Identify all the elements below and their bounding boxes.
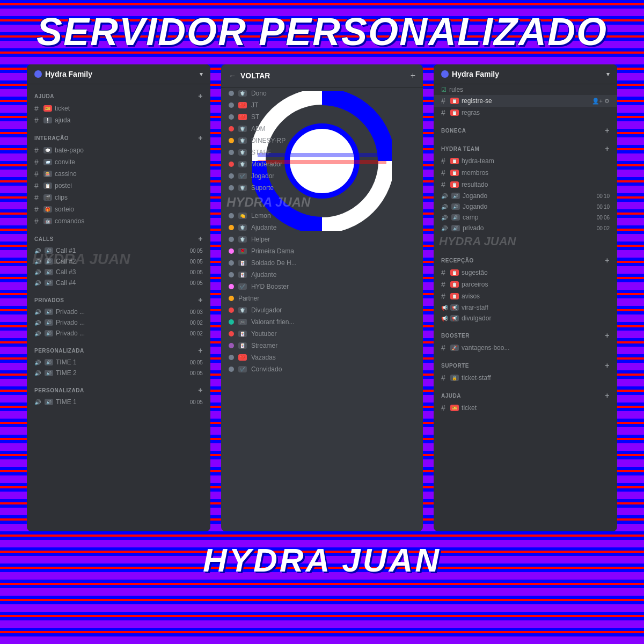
rules-checkbox-icon: ☑	[441, 86, 447, 93]
member-youtuber[interactable]: 🃏 Youtuber	[221, 328, 423, 340]
channel-jogando1[interactable]: 🔊 🔊 Jogando 00 10	[434, 191, 617, 201]
channel-time2[interactable]: 🔊 🔊 TIME 2 00 05	[27, 368, 210, 378]
chevron-down-icon[interactable]: ▾	[200, 71, 203, 78]
channel-membros[interactable]: # 📋 membros	[434, 167, 617, 179]
member-primeira-dama[interactable]: 🌹 Primeira Dama	[221, 245, 423, 257]
add-member-plus[interactable]: +	[411, 71, 415, 80]
channel-sorteio[interactable]: # 🎁 sorteio	[27, 203, 210, 215]
channel-comandos[interactable]: # 🤖 comandos	[27, 215, 210, 227]
watermark-hydra-center: HYDRA JUAN	[226, 195, 310, 210]
channel-privado3[interactable]: 🔊 🔊 Privado ... 00 02	[27, 328, 210, 339]
channel-call1[interactable]: 🔊 🔊 Call #1 00 05	[27, 245, 210, 256]
channel-ticket[interactable]: # 🎫 ticket	[27, 103, 210, 114]
section-label-personalizada1: PERSONALIZADA	[34, 348, 84, 354]
channel-name-clips: clips	[55, 194, 68, 201]
channel-ticket-r[interactable]: # 🎫 ticket	[434, 402, 617, 414]
channel-name-convite: convite	[55, 158, 75, 166]
member-jogador[interactable]: ✔️ Jogador	[221, 170, 423, 182]
channel-resultado[interactable]: # 📋 resultado	[434, 179, 617, 191]
add-channel-privados[interactable]: +	[198, 296, 203, 304]
member-dono[interactable]: 🛡️ Dono	[221, 87, 423, 99]
channel-bate-papo[interactable]: # 💬 bate-papo	[27, 144, 210, 156]
add-channel-personalizada1[interactable]: +	[198, 346, 203, 355]
channel-time1b[interactable]: 🔊 🔊 TIME 1 00 05	[27, 397, 210, 407]
right-chevron-icon[interactable]: ▾	[606, 71, 610, 78]
add-channel-boneca[interactable]: +	[605, 126, 610, 135]
member-streamer[interactable]: 🃏 Streamer	[221, 340, 423, 352]
channel-ticket-staff[interactable]: # 🔒 ticket-staff	[434, 372, 617, 384]
add-channel-calls[interactable]: +	[198, 235, 203, 243]
channel-name-privado3: Privado ...	[56, 330, 85, 337]
add-channel-recepcao[interactable]: +	[605, 256, 610, 265]
channel-convite[interactable]: # 📨 convite	[27, 156, 210, 168]
left-panel-scroll[interactable]: AJUDA + # 🎫 ticket # ❕ ajuda INTERAÇÃO +	[27, 84, 210, 528]
member-dinesy[interactable]: 🛡️ DINESY-RP	[221, 135, 423, 147]
member-lemon[interactable]: 🍋 Lemon	[221, 210, 423, 222]
channel-cassino[interactable]: # 🎰 cassino	[27, 168, 210, 180]
soldado-icon: 🃏	[238, 260, 247, 266]
add-channel-ajuda-r[interactable]: +	[605, 391, 610, 400]
channel-privado1[interactable]: 🔊 🔊 Privado ... 00 03	[27, 306, 210, 317]
member-dot-dono	[229, 91, 234, 96]
channel-registre-se[interactable]: # 📋 registre-se 👤+ ⚙	[434, 95, 617, 107]
channel-call2[interactable]: 🔊 🔊 Call #2 00 05	[27, 256, 210, 267]
add-channel-hydra-team[interactable]: +	[605, 144, 610, 153]
channel-ajuda[interactable]: # ❕ ajuda	[27, 114, 210, 126]
channel-jogando2[interactable]: 🔊 🔊 Jogando 00 10	[434, 201, 617, 212]
member-ajudante-y[interactable]: 🛡️ Ajudante	[221, 222, 423, 233]
member-helper[interactable]: 🛡️ Helper	[221, 233, 423, 245]
channel-hydra-team[interactable]: # 📋 hydra-team	[434, 155, 617, 167]
call1-count: 00 05	[190, 248, 203, 254]
channel-privado-r[interactable]: 🔊 🔊 privado 00 02	[434, 223, 617, 233]
member-divulgador[interactable]: 🛡️ Divulgador	[221, 304, 423, 316]
add-channel-personalizada2[interactable]: +	[198, 386, 203, 394]
channel-divulgador-r[interactable]: 📢 📢 divulgador	[434, 313, 617, 324]
channel-clips[interactable]: # 🎬 clips	[27, 192, 210, 203]
channel-rules[interactable]: ☑ rules	[434, 84, 617, 95]
add-channel-ajuda[interactable]: +	[198, 92, 203, 100]
channel-privado2[interactable]: 🔊 🔊 Privado ... 00 02	[27, 317, 210, 328]
member-ajudante2[interactable]: 🃏 Ajudante	[221, 269, 423, 281]
add-channel-suporte[interactable]: +	[605, 361, 610, 370]
member-vazadas[interactable]: ❤️ Vazadas	[221, 352, 423, 363]
member-soldado[interactable]: 🃏 Soldado De H...	[221, 257, 423, 269]
channel-call3[interactable]: 🔊 🔊 Call #3 00 05	[27, 267, 210, 277]
add-channel-booster[interactable]: +	[605, 331, 610, 340]
channel-name-avisos: avisos	[462, 292, 480, 300]
member-hyd-booster[interactable]: ✔️ HYD Booster	[221, 281, 423, 292]
member-jt[interactable]: ❤️ JT	[221, 99, 423, 111]
member-name-jogador: Jogador	[251, 172, 274, 180]
member-partner[interactable]: Partner	[221, 292, 423, 304]
channel-postei[interactable]: # 📋 postei	[27, 180, 210, 192]
channel-time1a[interactable]: 🔊 🔊 TIME 1 00 05	[27, 357, 210, 368]
settings-icon[interactable]: ⚙	[604, 98, 610, 105]
add-member-icon[interactable]: 👤+	[592, 98, 603, 105]
member-st[interactable]: ❤️ ST	[221, 111, 423, 123]
member-dot-hyd-booster	[229, 284, 234, 289]
member-convidado[interactable]: ✔️ Convidado	[221, 363, 423, 375]
divulgador-icon: 🛡️	[238, 307, 247, 313]
member-name-helper: Helper	[251, 236, 270, 243]
member-valorant[interactable]: 🎮 Valorant frien...	[221, 316, 423, 328]
add-channel-interacao[interactable]: +	[198, 134, 203, 142]
member-name-vazadas: Vazadas	[251, 354, 276, 361]
channel-parceiros[interactable]: # 📋 parceiros	[434, 279, 617, 290]
channel-regras[interactable]: # 📋 regras	[434, 107, 617, 119]
right-panel-scroll[interactable]: ☑ rules # 📋 registre-se 👤+ ⚙ # 📋 r	[434, 84, 617, 528]
postei-icon: 📋	[43, 182, 52, 189]
time2-count: 00 05	[190, 370, 203, 376]
channel-camp[interactable]: 🔊 🔊 camp 00 06	[434, 212, 617, 223]
channel-vantagens-boo[interactable]: # 🚀 vantagens-boo...	[434, 342, 617, 354]
member-moderador[interactable]: 🛡️ Moderador	[221, 158, 423, 170]
member-adm[interactable]: 🛡️ ADM	[221, 123, 423, 135]
channel-avisos[interactable]: # 📋 avisos	[434, 290, 617, 302]
back-arrow-icon[interactable]: ←	[229, 71, 236, 80]
members-list[interactable]: 🛡️ Dono ❤️ JT ❤️ ST 🛡	[221, 87, 423, 375]
member-staff[interactable]: 🛡️ STAFF	[221, 147, 423, 158]
member-suporte[interactable]: 🛡️ Suporte	[221, 182, 423, 194]
channel-sugestao[interactable]: # 📋 sugestão	[434, 267, 617, 279]
channel-virar-staff[interactable]: 📢 📢 virar-staff	[434, 302, 617, 313]
jogando1-count: 00 10	[597, 193, 610, 199]
channel-call4[interactable]: 🔊 🔊 Call #4 00 05	[27, 277, 210, 288]
left-panel: Hydra Family ▾ AJUDA + # 🎫 ticket # ❕	[27, 64, 210, 531]
